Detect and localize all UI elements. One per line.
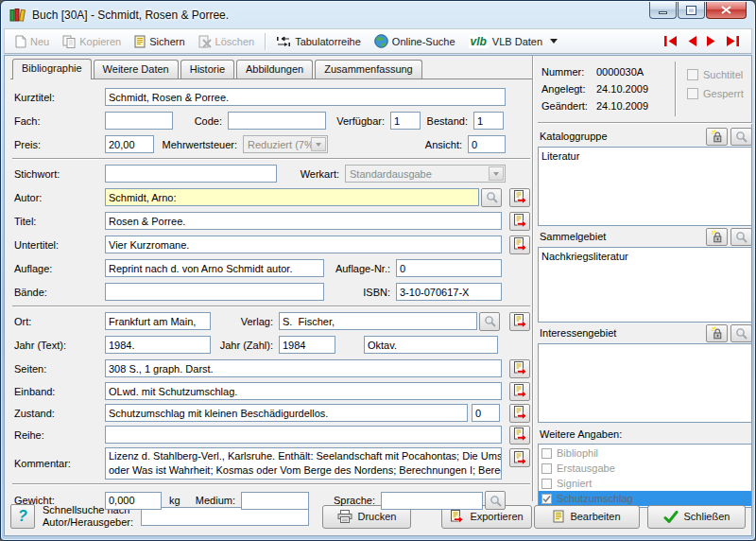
- einband-insert-button[interactable]: [509, 382, 530, 401]
- bestand-input[interactable]: [473, 112, 504, 130]
- tab-bibliographie[interactable]: Bibliographie: [12, 59, 92, 79]
- next-record-button[interactable]: [706, 35, 717, 47]
- autor-insert-button[interactable]: [509, 188, 530, 207]
- stichwort-input[interactable]: [105, 165, 277, 183]
- checklist-item-signiert[interactable]: Signiert: [539, 476, 751, 491]
- new-button[interactable]: Neu: [9, 32, 56, 51]
- autor-lookup-button[interactable]: [481, 188, 502, 207]
- close-button[interactable]: [706, 2, 747, 19]
- sammelgebiet-lock-button[interactable]: [706, 228, 728, 246]
- minimize-button[interactable]: [649, 2, 677, 19]
- seiten-input[interactable]: [105, 359, 502, 377]
- checklist-item-erstausgabe[interactable]: Erstausgabe: [539, 461, 751, 476]
- kommentar-textarea[interactable]: Lizenz d. Stahlberg-Verl., Karlsruhe. En…: [105, 447, 502, 480]
- weitere-angaben-title: Weitere Angaben:: [540, 428, 622, 440]
- interessengebiet-lock-button[interactable]: [706, 324, 728, 342]
- verlag-lookup-button[interactable]: [479, 312, 500, 331]
- chevron-down-icon: [550, 39, 558, 44]
- kurztitel-input[interactable]: [105, 88, 506, 106]
- tab-historie[interactable]: Historie: [180, 60, 234, 79]
- tab-order-button[interactable]: Tabulatorreihe: [269, 33, 368, 50]
- kataloggruppe-lock-button[interactable]: [706, 128, 728, 146]
- tab-zusammenfassung[interactable]: Zusammenfassung: [315, 60, 422, 79]
- untertitel-input[interactable]: [105, 236, 502, 253]
- untertitel-insert-button[interactable]: [509, 236, 530, 254]
- einband-input[interactable]: [105, 382, 502, 400]
- copy-button[interactable]: Kopieren: [56, 32, 128, 51]
- jahr-zahl-input[interactable]: [279, 336, 335, 354]
- tab-strip: Bibliographie Weitere Daten Historie Abb…: [10, 59, 532, 79]
- kommentar-insert-button[interactable]: [509, 448, 530, 467]
- sammelgebiet-listbox[interactable]: Nachkriegsliteratur: [538, 247, 752, 323]
- sammelgebiet-lookup-button[interactable]: [730, 228, 752, 246]
- verfuegbar-input[interactable]: [390, 112, 421, 130]
- panel-divider: [532, 56, 534, 501]
- content-area: Bibliographie Weitere Daten Historie Abb…: [4, 55, 752, 536]
- auflage-input[interactable]: [105, 259, 324, 277]
- code-input[interactable]: [228, 112, 326, 130]
- sammelgebiet-title: Sammelgebiet: [540, 231, 703, 242]
- delete-icon: [198, 35, 212, 48]
- online-search-button[interactable]: Online-Suche: [368, 31, 462, 51]
- werkart-select[interactable]: Standardausgabe: [345, 165, 506, 183]
- verlag-label: Verlag:: [211, 316, 279, 327]
- nummer-row: Nummer: 0000030A: [541, 63, 675, 80]
- verlag-input[interactable]: [279, 312, 477, 330]
- tab-abbildungen[interactable]: Abbildungen: [236, 60, 313, 79]
- zustand-insert-button[interactable]: [509, 404, 530, 423]
- nummer-value: 0000030A: [596, 66, 644, 78]
- quicksearch-label-line2: Autor/Herausgeber:: [43, 516, 133, 529]
- maximize-button[interactable]: [678, 2, 705, 19]
- gewicht-row: Gewicht: kg Medium: Sprache:: [10, 487, 532, 514]
- mehrwertsteuer-select[interactable]: Reduziert (7%): [243, 135, 328, 153]
- gesperrt-checkbox-row: Gesperrt: [687, 84, 744, 103]
- first-record-button[interactable]: [663, 35, 678, 47]
- jahr-text-input[interactable]: [105, 336, 211, 354]
- verlag-insert-button[interactable]: [509, 312, 530, 331]
- sprache-lookup-button[interactable]: [485, 491, 506, 510]
- gesperrt-checkbox[interactable]: [687, 88, 698, 99]
- suchtitel-label: Suchtitel: [703, 69, 743, 80]
- books-icon[interactable]: [9, 8, 26, 22]
- checkbox-icon: [541, 448, 552, 459]
- auflage-nr-input[interactable]: [396, 259, 502, 277]
- interessengebiet-listbox[interactable]: [538, 343, 752, 423]
- baende-input[interactable]: [105, 283, 324, 301]
- titel-insert-button[interactable]: [509, 212, 530, 231]
- reihe-input[interactable]: [105, 426, 502, 444]
- reihe-insert-button[interactable]: [509, 426, 530, 445]
- ort-row: Ort: Verlag:: [10, 309, 532, 333]
- fach-input[interactable]: [105, 112, 173, 130]
- list-item[interactable]: Literatur: [541, 149, 748, 164]
- zustand-input[interactable]: [105, 404, 468, 422]
- last-record-button[interactable]: [726, 35, 740, 47]
- ansicht-input[interactable]: [468, 135, 506, 153]
- vlb-data-button[interactable]: vlb VLB Daten: [462, 32, 565, 51]
- save-button[interactable]: Sichern: [128, 32, 191, 51]
- list-item[interactable]: Nachkriegsliteratur: [541, 250, 748, 264]
- suchtitel-checkbox[interactable]: [687, 69, 698, 80]
- weitere-angaben-checklist[interactable]: Bibliophil Erstausgabe Signiert Schutzum…: [538, 444, 752, 508]
- previous-record-button[interactable]: [686, 35, 697, 47]
- checklist-item-bibliophil[interactable]: Bibliophil: [539, 445, 751, 461]
- preis-input[interactable]: [105, 135, 154, 153]
- sprache-input[interactable]: [381, 492, 483, 510]
- zustand-extra-input[interactable]: [472, 404, 500, 422]
- edit-button[interactable]: Bearbeiten: [534, 505, 640, 529]
- kataloggruppe-listbox[interactable]: Literatur: [538, 147, 752, 226]
- medium-input[interactable]: [241, 492, 309, 510]
- close-dialog-button[interactable]: Schließen: [647, 505, 746, 529]
- tab-weitere-daten[interactable]: Weitere Daten: [94, 60, 179, 79]
- titel-input[interactable]: [105, 212, 502, 230]
- tab-panel-bibliographie: Kurztitel: Fach: Code: Verfügbar: Bestan…: [10, 79, 532, 514]
- autor-input[interactable]: [105, 188, 479, 206]
- format-input[interactable]: [364, 336, 498, 354]
- kataloggruppe-lookup-button[interactable]: [730, 128, 752, 146]
- ort-input[interactable]: [105, 312, 211, 330]
- save-button-label: Sichern: [149, 36, 184, 47]
- seiten-insert-button[interactable]: [509, 359, 530, 378]
- interessengebiet-lookup-button[interactable]: [730, 324, 752, 342]
- gewicht-input[interactable]: [105, 492, 162, 510]
- isbn-input[interactable]: [396, 283, 502, 301]
- delete-button[interactable]: Löschen: [192, 32, 262, 51]
